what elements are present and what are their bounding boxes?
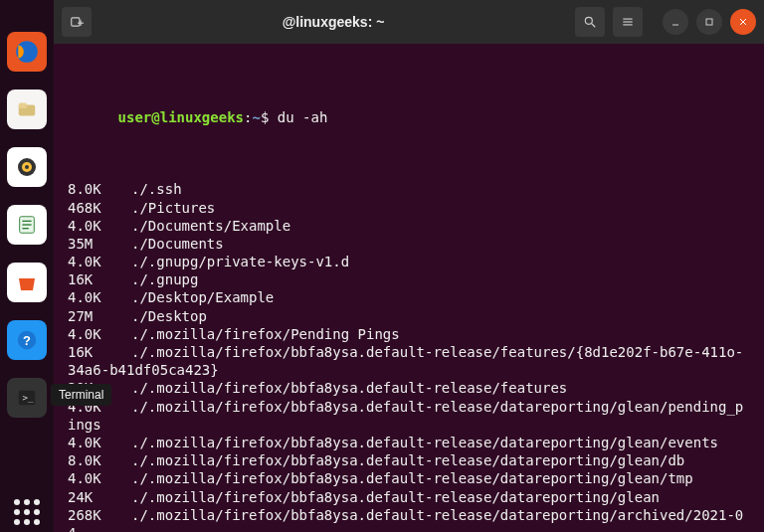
output-line: 35M./Documents [68,235,750,253]
size-value: 35M [68,235,131,253]
size-value: 27M [68,307,131,325]
path-value: ./Pictures [131,200,215,216]
output-line: 8.0K./.mozilla/firefox/bbfa8ysa.default-… [68,451,750,469]
path-value: ./Desktop [131,308,207,324]
menu-button[interactable] [613,7,643,37]
dock-icon-apps[interactable] [7,492,47,532]
size-value: 4.0K [68,434,131,451]
maximize-button[interactable] [696,9,722,35]
svg-point-17 [585,17,592,24]
size-value: 468K [68,199,131,217]
output-line: 468K./Pictures [68,199,750,217]
prompt-userhost: user@linuxgeeks [118,109,244,125]
output-line: 4.0K./.gnupg/private-keys-v1.d [68,253,750,270]
svg-text:>_: >_ [22,392,34,403]
output-line: 4.0K./Documents/Example [68,217,750,235]
size-value: 8.0K [68,180,131,198]
output-line: 24K./.mozilla/firefox/bbfa8ysa.default-r… [68,488,750,506]
size-value: 8.0K [68,451,131,469]
output-line: 4.0K./.mozilla/firefox/bbfa8ysa.default-… [68,469,750,487]
path-value: ./.mozilla/firefox/bbfa8ysa.default-rele… [68,399,743,433]
svg-point-5 [25,165,29,169]
output-line: 4.0K./.mozilla/firefox/bbfa8ysa.default-… [68,398,750,434]
size-value: 4.0K [68,253,131,270]
svg-rect-2 [19,103,27,109]
titlebar: @linuxgeeks: ~ [54,0,764,44]
command-text: du -ah [278,109,328,125]
prompt-line: user@linuxgeeks:~$ du -ah [68,89,750,144]
size-value: 16K [68,343,131,361]
svg-text:?: ? [23,333,31,348]
output-line: 4.0K./.mozilla/firefox/bbfa8ysa.default-… [68,434,750,451]
command-output: 8.0K./.ssh468K./Pictures4.0K./Documents/… [68,180,750,532]
path-value: ./.mozilla/firefox/bbfa8ysa.default-rele… [131,435,718,450]
close-button[interactable] [730,9,756,35]
path-value: ./.mozilla/firefox/Pending Pings [131,326,400,342]
path-value: ./.mozilla/firefox/bbfa8ysa.default-rele… [131,452,684,468]
dock-icon-software[interactable] [7,263,47,302]
path-value: ./.mozilla/firefox/bbfa8ysa.default-rele… [68,344,743,378]
size-value: 16K [68,270,131,288]
output-line: 16K./.gnupg [68,270,750,288]
dock: ? >_ Terminal [0,0,54,532]
output-line: 4.0K./Desktop/Example [68,288,750,306]
output-line: 4.0K./.mozilla/firefox/Pending Pings [68,325,750,343]
path-value: ./Documents/Example [131,218,290,234]
size-value: 4.0K [68,469,131,487]
svg-rect-23 [706,19,712,25]
output-line: 16K./.mozilla/firefox/bbfa8ysa.default-r… [68,343,750,379]
search-button[interactable] [575,7,605,37]
path-value: ./.ssh [131,181,182,197]
new-tab-button[interactable] [62,7,92,37]
size-value: 24K [68,488,131,506]
path-value: ./.mozilla/firefox/bbfa8ysa.default-rele… [131,470,693,486]
apps-grid-icon [9,494,45,530]
size-value: 4.0K [68,325,131,343]
path-value: ./.mozilla/firefox/bbfa8ysa.default-rele… [68,507,743,532]
size-value: 268K [68,506,131,524]
svg-rect-14 [72,18,80,26]
dock-tooltip: Terminal [51,384,111,406]
prompt-path: ~ [252,109,260,125]
path-value: ./Desktop/Example [131,289,274,305]
path-value: ./.gnupg/private-keys-v1.d [131,254,349,269]
size-value: 4.0K [68,288,131,306]
terminal-body[interactable]: user@linuxgeeks:~$ du -ah 8.0K./.ssh468K… [54,44,764,532]
output-line: 27M./Desktop [68,307,750,325]
path-value: ./.gnupg [131,271,198,287]
path-value: ./Documents [131,236,224,252]
path-value: ./.mozilla/firefox/bbfa8ysa.default-rele… [131,489,660,505]
size-value: 4.0K [68,217,131,235]
dock-icon-terminal[interactable]: >_ Terminal [7,378,47,418]
terminal-window: @linuxgeeks: ~ user@linuxgeeks:~$ du -ah… [54,0,764,532]
path-value: ./.mozilla/firefox/bbfa8ysa.default-rele… [131,380,567,396]
dock-icon-rhythmbox[interactable] [7,147,47,187]
output-line: 8.0K./.ssh [68,180,750,198]
minimize-button[interactable] [663,9,688,35]
output-line: 268K./.mozilla/firefox/bbfa8ysa.default-… [68,506,750,532]
svg-line-18 [592,24,596,28]
dock-icon-firefox[interactable] [7,32,47,72]
dock-icon-help[interactable]: ? [7,320,47,360]
output-line: 20K./.mozilla/firefox/bbfa8ysa.default-r… [68,379,750,397]
dock-icon-writer[interactable] [7,205,47,245]
window-title: @linuxgeeks: ~ [99,14,567,30]
dock-icon-files[interactable] [7,89,47,129]
